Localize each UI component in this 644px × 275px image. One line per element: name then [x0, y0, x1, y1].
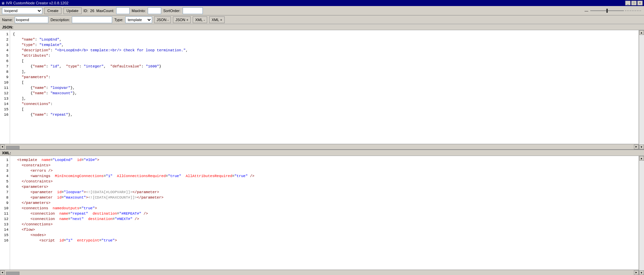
id-label: ID:	[84, 9, 88, 13]
xml-panel-body: 1 2 3 4 5 6 7 8 9 10 11 12 13 14 15 16 <…	[0, 156, 644, 275]
create-button[interactable]: Create	[44, 7, 61, 14]
xml-line-numbers: 1 2 3 4 5 6 7 8 9 10 11 12 13 14 15 16	[0, 156, 10, 270]
name-input[interactable]	[15, 16, 48, 23]
xml-plus-button[interactable]: XML +	[209, 16, 225, 23]
title-bar: 🖥 IVR CustomNode Creator v2.0.8.1202 _ □…	[0, 0, 644, 6]
id-value: 26	[90, 9, 94, 13]
update-button[interactable]: Update	[63, 7, 81, 14]
name-label: Name:	[2, 18, 13, 22]
json-h-track[interactable]	[5, 145, 634, 149]
json-minus-button[interactable]: JSON -	[154, 16, 171, 23]
close-button[interactable]: ×	[637, 1, 643, 5]
json-h-scrollbar[interactable]: ◄ ►	[0, 144, 639, 149]
name-row: Name: Description: Type: template action…	[0, 15, 644, 24]
json-code-area: 1 2 3 4 5 6 7 8 9 10 11 12 13 14 15 16 {…	[0, 30, 639, 149]
xml-scroll-up[interactable]: ▲	[639, 156, 644, 161]
xml-scroll-down[interactable]: ▼	[639, 270, 644, 275]
right-toolbar-area: —	[585, 9, 642, 13]
json-plus-button[interactable]: JSON +	[173, 16, 191, 23]
toolbar: loopend Create Update ID: 26 MaxCount: M…	[0, 6, 644, 15]
xml-scroll-left[interactable]: ◄	[0, 270, 5, 275]
maxinto-label: MaxInto:	[132, 9, 146, 13]
json-scroll-left[interactable]: ◄	[0, 145, 5, 149]
xml-code-area: 1 2 3 4 5 6 7 8 9 10 11 12 13 14 15 16 <…	[0, 156, 639, 275]
json-v-track[interactable]	[639, 35, 644, 145]
xml-code-text: <template name="LoopEnd" id="#ID#"> <con…	[10, 156, 639, 270]
xml-h-scrollbar[interactable]: ◄ ►	[0, 270, 639, 275]
maxinto-input[interactable]	[148, 7, 161, 14]
type-select[interactable]: template action decision	[125, 16, 152, 23]
xml-v-scrollbar[interactable]: ▲ ▼	[639, 156, 644, 275]
json-label: JSON:	[0, 24, 644, 30]
main-container: JSON: 1 2 3 4 5 6 7 8 9 10 11 12 13 14 1…	[0, 24, 644, 275]
maxcount-input[interactable]	[116, 7, 130, 14]
xml-minus-button[interactable]: XML -	[193, 16, 207, 23]
json-h-thumb[interactable]	[6, 146, 19, 150]
slider-area	[590, 10, 642, 11]
minimize-button[interactable]: _	[625, 1, 631, 5]
dash-separator: —	[585, 9, 588, 13]
title-bar-left: 🖥 IVR CustomNode Creator v2.0.8.1202	[1, 1, 68, 5]
app-icon: 🖥	[1, 1, 5, 5]
json-code-text: { "name": "LoopEnd", "type": "template",…	[10, 30, 639, 144]
json-section: JSON: 1 2 3 4 5 6 7 8 9 10 11 12 13 14 1…	[0, 24, 644, 150]
xml-h-track[interactable]	[5, 271, 634, 274]
json-scroll-up[interactable]: ▲	[639, 30, 644, 35]
json-code-content[interactable]: 1 2 3 4 5 6 7 8 9 10 11 12 13 14 15 16 {…	[0, 30, 639, 144]
window-title: IVR CustomNode Creator v2.0.8.1202	[6, 1, 68, 5]
json-panel-body: 1 2 3 4 5 6 7 8 9 10 11 12 13 14 15 16 {…	[0, 30, 644, 149]
json-scroll-right[interactable]: ►	[634, 145, 639, 149]
title-bar-controls[interactable]: _ □ ×	[625, 1, 643, 5]
desc-input[interactable]	[72, 16, 112, 23]
json-scroll-down[interactable]: ▼	[639, 145, 644, 149]
json-v-scrollbar[interactable]: ▲ ▼	[639, 30, 644, 149]
maxcount-label: MaxCount:	[96, 9, 114, 13]
xml-label: XML:	[0, 150, 644, 156]
slider-track[interactable]	[590, 10, 624, 11]
xml-code-content[interactable]: 1 2 3 4 5 6 7 8 9 10 11 12 13 14 15 16 <…	[0, 156, 639, 270]
json-line-numbers: 1 2 3 4 5 6 7 8 9 10 11 12 13 14 15 16	[0, 30, 10, 144]
desc-label: Description:	[50, 18, 70, 22]
slider-dots	[625, 10, 642, 11]
xml-scroll-right[interactable]: ►	[634, 270, 639, 275]
type-label: Type:	[114, 18, 123, 22]
slider-handle[interactable]	[606, 9, 608, 13]
node-select[interactable]: loopend	[2, 7, 42, 14]
sortorder-input[interactable]	[183, 7, 203, 14]
xml-h-thumb[interactable]	[6, 272, 19, 275]
xml-v-track[interactable]	[639, 161, 644, 270]
maximize-button[interactable]: □	[631, 1, 637, 5]
sortorder-label: SortOrder:	[163, 9, 180, 13]
xml-section: XML: 1 2 3 4 5 6 7 8 9 10 11 12 13 14 15…	[0, 150, 644, 275]
